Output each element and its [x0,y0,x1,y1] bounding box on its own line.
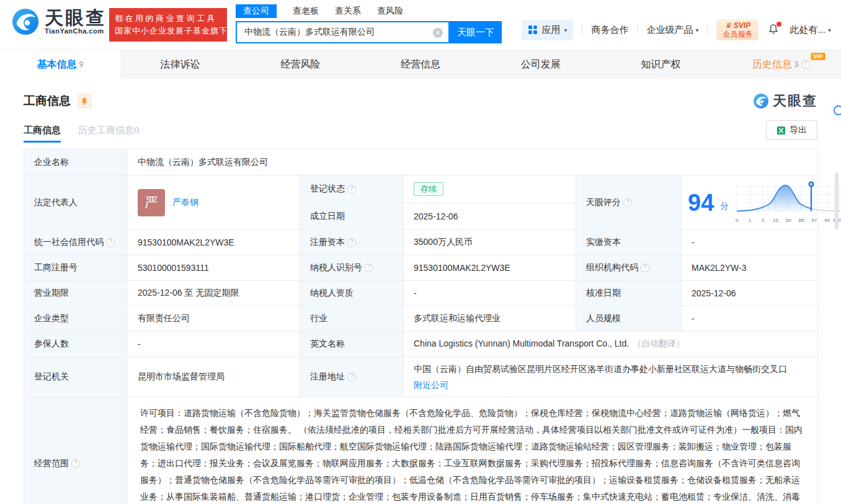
label-approval-date: 核准日期 [576,281,682,306]
legal-rep-avatar[interactable]: 严 [138,189,165,216]
tab-label: 基本信息 [37,58,77,71]
help-icon[interactable]: ? [623,198,632,207]
tab-company-development[interactable]: 公司发展 [481,50,601,79]
value-reg-status: 存续 [404,175,576,203]
nav-cooperation[interactable]: 商务合作 [591,24,628,36]
app-grid-icon [528,25,538,35]
label-paid-capital: 实缴资本 [576,230,682,255]
top-header: 天眼查 TianYanCha.com 都在用的商业查询工具 国家中小企业发展子基… [0,0,841,50]
value-paid-capital: - [682,230,818,255]
excel-icon [776,126,786,135]
tab-count: 3 [794,60,799,69]
label-company-type: 企业类型 [24,306,128,332]
svip-member-button[interactable]: ♛ SVIP 会员服务 [716,19,759,40]
value-approval-date: 2025-12-06 [682,281,818,306]
value-industry: 多式联运和运输代理业 [404,306,576,332]
table-row: 企业类型 有限责任公司 行业 多式联运和运输代理业 人员规模 - [24,306,818,332]
search-tab-relation[interactable]: 查关系 [335,4,361,18]
legal-rep-link[interactable]: 严奉钢 [172,197,198,208]
divider [707,25,708,35]
divider [582,25,582,35]
tab-history-info[interactable]: VIP 历史信息 3 ? [721,50,841,79]
search-input[interactable] [237,22,448,42]
chevron-down-icon: ▾ [564,27,567,33]
label-reg-status: 登记状态? [300,175,404,203]
value-english-name: China Logistics (Yunnan) Multimodal Tran… [404,332,818,357]
help-icon[interactable]: ? [71,459,80,468]
table-row: 企业名称 中物流（云南）多式联运有限公司 [24,149,818,175]
subtab-business-info[interactable]: 工商信息 [24,125,61,143]
apps-menu[interactable]: 应用 ▾ [522,20,573,40]
score-distribution-chart: 0 1 3 15 50 85 97 99 100 [735,180,841,224]
chevron-down-icon: ▾ [828,27,831,33]
tab-operating-risk[interactable]: 经营风险 [240,50,360,79]
search-button[interactable]: 天眼一下 [450,21,502,43]
clear-search-icon[interactable]: ✕ [433,28,443,38]
business-info-table: 企业名称 中物流（云南）多式联运有限公司 法定代表人 严 严奉钢 登记状态? 存… [24,149,818,504]
value-company-type: 有限责任公司 [128,306,300,332]
help-icon[interactable]: ? [347,373,356,381]
value-legal-rep: 严 严奉钢 [128,175,300,230]
label-reg-capital: 注册资本? [300,230,404,255]
value-business-term: 2025-12-06 至 无固定期限 [128,281,300,306]
top-nav: 应用 ▾ 商务合作 企业级产品 ▾ ♛ SVIP 会员服务 此处有... ▾ [522,19,831,41]
help-icon[interactable]: ? [347,185,356,193]
tab-operating-info[interactable]: 经营信息 [360,50,481,79]
vip-badge: VIP [811,53,826,60]
help-icon[interactable]: ? [347,238,356,247]
help-icon[interactable]: ? [106,238,115,247]
search-area: 查公司 查老板 查关系 查风险 ✕ 天眼一下 [236,4,502,43]
nav-enterprise-products[interactable]: 企业级产品 ▾ [646,24,698,36]
tab-legal-proceedings[interactable]: 法律诉讼 [120,50,241,79]
label-org-code: 组织机构代码? [576,255,682,281]
notification-dot [776,22,781,27]
tab-basic-info[interactable]: 基本信息 9 [0,50,120,79]
svip-sub-label: 会员服务 [723,30,752,38]
label-legal-rep: 法定代表人 [24,175,128,230]
crown-icon: ♛ [725,21,732,30]
label-reg-address: 注册地址? [300,357,404,397]
table-row: 营业期限 2025-12-06 至 无固定期限 纳税人资质 - 核准日期 202… [24,281,818,306]
slogan-line1: 都在用的商业查询工具 [115,12,221,25]
chevron-down-icon: ▾ [695,27,698,33]
tab-label: 经营风险 [280,58,320,71]
brand-name: 天眼查 [45,9,106,27]
table-row: 统一社会信用代码? 91530100MAK2L2YW3E 注册资本? 35000… [24,230,818,255]
slogan-line2: 国家中小企业发展子基金旗下机构 [115,25,221,37]
tab-count: 9 [79,60,84,69]
subtab-history-business-info[interactable]: 历史工商信息0 [78,125,139,143]
table-row: 登记机关 昆明市市场监督管理局 注册地址? 中国（云南）自由贸易试验区昆明片区经… [24,357,818,397]
watermark-logo: 天眼查 [753,92,817,110]
value-reg-address: 中国（云南）自由贸易试验区昆明片区经开区洛羊街道办事处小新册社区联运大道与物畅街… [404,357,818,397]
status-badge: 存续 [414,182,443,196]
logo-swirl-icon [11,7,40,36]
subscribe-bell-icon[interactable] [77,94,92,108]
export-label: 导出 [790,125,807,136]
nav-more[interactable]: 此处有... ▾ [790,24,831,36]
company-detail-tabs: 基本信息 9 法律诉讼 经营风险 经营信息 公司发展 知识产权 VIP 历史信息… [0,50,841,79]
label-staff-size: 人员规模 [576,306,682,332]
tab-intellectual-property[interactable]: 知识产权 [601,50,721,79]
tab-label: 公司发展 [521,58,561,71]
value-establish-date: 2025-12-06 [404,203,576,229]
section-title: 工商信息 [24,93,71,109]
table-row: 经营范围? 许可项目：道路货物运输（不含危险货物）；海关监管货物仓储服务（不含危… [24,397,818,504]
help-icon[interactable]: ? [365,263,373,272]
more-label: 此处有... [790,24,825,36]
search-tab-risk[interactable]: 查风险 [377,4,403,18]
help-icon[interactable]: ? [801,60,810,69]
label-company-name: 企业名称 [24,149,128,175]
notification-bell-icon[interactable] [767,23,781,37]
scrollbar-thumb[interactable] [835,172,839,229]
export-button[interactable]: 导出 [766,120,817,140]
tianyancha-logo[interactable]: 天眼查 TianYanCha.com [11,7,106,36]
tab-label: 法律诉讼 [161,58,200,71]
nearby-companies-link[interactable]: 附近公司 [414,380,448,390]
floating-widget-dot[interactable] [834,105,841,115]
address-text: 中国（云南）自由贸易试验区昆明片区经开区洛羊街道办事处小新册社区联运大道与物畅街… [414,361,808,377]
chart-axis-ticks: 0 1 3 15 50 85 97 99 100 [735,218,841,224]
search-tab-company[interactable]: 查公司 [236,4,277,18]
main-content: 工商信息 天眼查 工商信息 历史工商信息0 [0,92,841,504]
help-icon[interactable]: ? [641,263,649,272]
search-tab-boss[interactable]: 查老板 [293,4,319,18]
